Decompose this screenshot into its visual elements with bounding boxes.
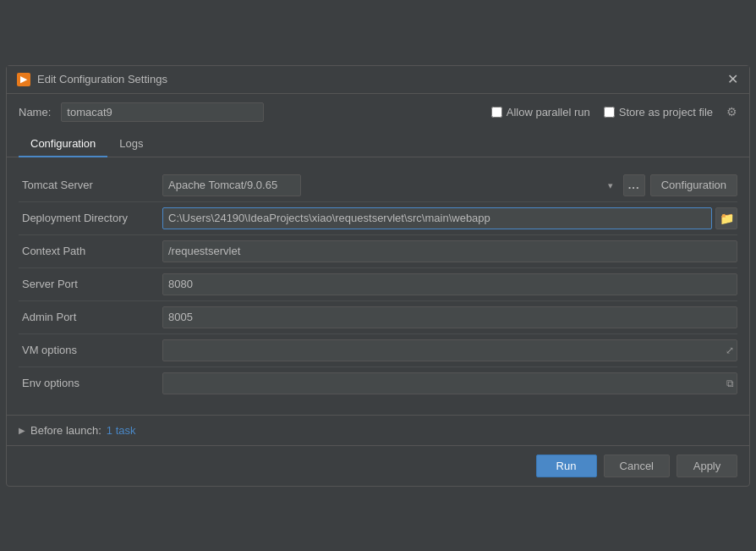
vm-options-field: ⤢ bbox=[162, 339, 737, 361]
tab-configuration[interactable]: Configuration bbox=[19, 131, 107, 157]
server-port-input[interactable] bbox=[162, 273, 737, 295]
vm-options-row: VM options ⤢ bbox=[19, 334, 737, 367]
allow-parallel-run-text: Allow parallel run bbox=[507, 106, 590, 118]
before-launch-section: ▶ Before launch: 1 task bbox=[7, 415, 749, 445]
app-icon: ▶ bbox=[17, 73, 30, 86]
folder-icon: 📁 bbox=[720, 212, 734, 225]
tomcat-server-row: Tomcat Server Apache Tomcat/9.0.65 ... C… bbox=[19, 169, 737, 202]
form-content: Tomcat Server Apache Tomcat/9.0.65 ... C… bbox=[7, 157, 749, 411]
allow-parallel-run-checkbox[interactable] bbox=[491, 107, 502, 118]
footer: Run Cancel Apply bbox=[7, 445, 749, 486]
configuration-button[interactable]: Configuration bbox=[650, 174, 737, 196]
before-launch-label: Before launch: bbox=[30, 424, 101, 437]
before-launch-expand-icon[interactable]: ▶ bbox=[19, 426, 25, 435]
server-port-row: Server Port bbox=[19, 268, 737, 301]
store-as-project-file-label[interactable]: Store as project file bbox=[604, 106, 713, 118]
cancel-button[interactable]: Cancel bbox=[604, 455, 670, 477]
expand-icon[interactable]: ⤢ bbox=[726, 344, 734, 356]
admin-port-row: Admin Port bbox=[19, 301, 737, 334]
tomcat-server-field: Apache Tomcat/9.0.65 ... Configuration bbox=[162, 174, 737, 196]
tomcat-server-controls: Apache Tomcat/9.0.65 ... Configuration bbox=[162, 174, 737, 196]
env-options-input[interactable] bbox=[162, 372, 737, 394]
edit-configuration-dialog: ▶ Edit Configuration Settings ✕ Name: Al… bbox=[6, 65, 750, 487]
title-bar: ▶ Edit Configuration Settings ✕ bbox=[7, 66, 749, 94]
server-port-field bbox=[162, 273, 737, 295]
admin-port-label: Admin Port bbox=[19, 311, 162, 323]
allow-parallel-run-label[interactable]: Allow parallel run bbox=[491, 106, 590, 118]
deployment-directory-row: Deployment Directory 📁 bbox=[19, 202, 737, 235]
browse-button[interactable]: 📁 bbox=[715, 207, 737, 229]
name-row: Name: Allow parallel run Store as projec… bbox=[7, 94, 749, 130]
tomcat-server-label: Tomcat Server bbox=[19, 179, 162, 191]
header-options: Allow parallel run Store as project file… bbox=[491, 105, 737, 118]
env-options-row: Env options ⧉ bbox=[19, 367, 737, 399]
admin-port-field bbox=[162, 306, 737, 328]
context-path-row: Context Path bbox=[19, 235, 737, 268]
context-path-field bbox=[162, 240, 737, 262]
deployment-directory-field: 📁 bbox=[162, 207, 737, 229]
name-input[interactable] bbox=[61, 102, 264, 122]
tomcat-select-wrapper: Apache Tomcat/9.0.65 bbox=[162, 174, 618, 196]
dialog-title: Edit Configuration Settings bbox=[37, 73, 719, 85]
name-label: Name: bbox=[19, 106, 51, 118]
env-options-field: ⧉ bbox=[162, 372, 737, 394]
close-button[interactable]: ✕ bbox=[726, 73, 739, 86]
dots-button[interactable]: ... bbox=[623, 174, 645, 196]
app-icon-label: ▶ bbox=[20, 74, 27, 84]
context-path-label: Context Path bbox=[19, 245, 162, 257]
env-options-label: Env options bbox=[19, 377, 162, 389]
admin-port-input[interactable] bbox=[162, 306, 737, 328]
copy-icon[interactable]: ⧉ bbox=[726, 377, 734, 389]
server-port-label: Server Port bbox=[19, 278, 162, 290]
store-as-project-file-checkbox[interactable] bbox=[604, 107, 615, 118]
apply-button[interactable]: Apply bbox=[677, 455, 737, 477]
tab-logs[interactable]: Logs bbox=[107, 131, 155, 157]
tabs-bar: Configuration Logs bbox=[7, 130, 749, 157]
deployment-directory-input[interactable] bbox=[162, 207, 712, 229]
context-path-input[interactable] bbox=[162, 240, 737, 262]
vm-options-input[interactable] bbox=[162, 339, 737, 361]
vm-options-label: VM options bbox=[19, 344, 162, 356]
store-as-project-file-text: Store as project file bbox=[619, 106, 713, 118]
tomcat-server-select[interactable]: Apache Tomcat/9.0.65 bbox=[162, 174, 301, 196]
run-button[interactable]: Run bbox=[536, 455, 597, 477]
deployment-directory-label: Deployment Directory bbox=[19, 212, 162, 224]
before-launch-task-count[interactable]: 1 task bbox=[107, 424, 136, 437]
gear-icon[interactable]: ⚙ bbox=[726, 105, 737, 118]
